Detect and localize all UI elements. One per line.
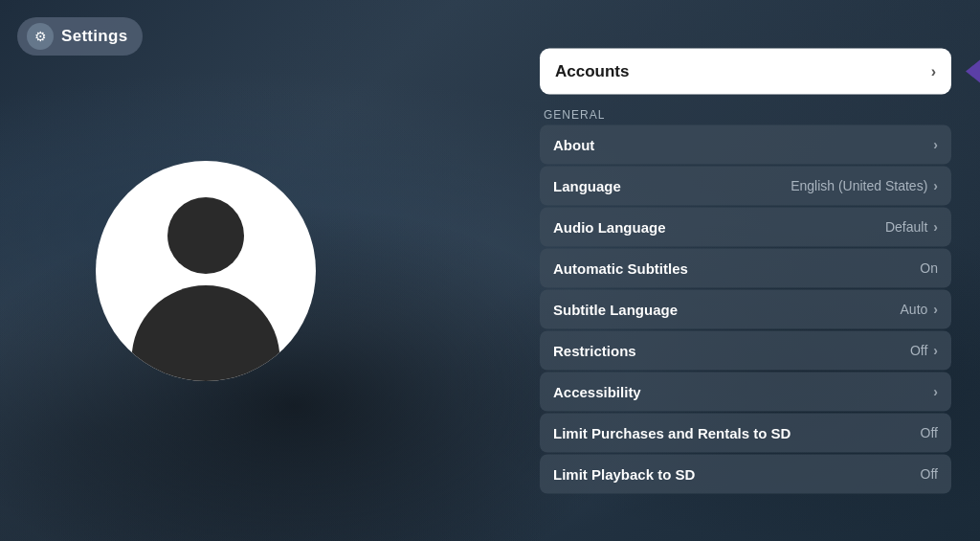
- menu-item-restrictions-label: Restrictions: [553, 342, 636, 358]
- limit-purchases-value: Off: [921, 425, 938, 440]
- menu-item-limit-playback-label: Limit Playback to SD: [553, 465, 695, 482]
- menu-item-audio-language[interactable]: Audio Language Default ›: [540, 207, 951, 246]
- menu-item-limit-purchases[interactable]: Limit Purchases and Rentals to SD Off: [540, 413, 951, 452]
- menu-item-audio-language-right: Default ›: [885, 219, 938, 235]
- arrow-indicator: [966, 56, 980, 86]
- menu-item-language-right: English (United States) ›: [791, 178, 938, 193]
- accounts-chevron: ›: [931, 62, 936, 79]
- menu-item-subtitle-language-right: Auto ›: [901, 302, 938, 317]
- section-general-label: GENERAL: [540, 107, 951, 121]
- person-silhouette: [96, 161, 316, 381]
- person-head: [167, 197, 244, 274]
- header-title: Settings: [61, 27, 127, 46]
- right-panel: Accounts › GENERAL About › Language Engl…: [540, 48, 951, 493]
- menu-item-accessibility-right: ›: [933, 384, 938, 399]
- subtitle-language-chevron: ›: [933, 302, 938, 317]
- avatar: [96, 161, 316, 381]
- menu-item-about-right: ›: [933, 137, 938, 152]
- menu-item-language[interactable]: Language English (United States) ›: [540, 166, 951, 205]
- menu-item-automatic-subtitles[interactable]: Automatic Subtitles On: [540, 248, 951, 287]
- menu-item-limit-purchases-label: Limit Purchases and Rentals to SD: [553, 424, 791, 440]
- audio-language-chevron: ›: [933, 219, 938, 235]
- menu-item-accessibility-label: Accessibility: [553, 383, 641, 399]
- subtitle-language-value: Auto: [901, 302, 928, 317]
- accounts-row[interactable]: Accounts ›: [540, 48, 951, 94]
- menu-item-subtitle-language[interactable]: Subtitle Language Auto ›: [540, 289, 951, 328]
- limit-playback-value: Off: [921, 466, 938, 482]
- menu-item-about[interactable]: About ›: [540, 124, 951, 164]
- menu-item-language-label: Language: [553, 177, 621, 193]
- menu-item-limit-purchases-right: Off: [921, 425, 938, 440]
- menu-item-restrictions[interactable]: Restrictions Off ›: [540, 330, 951, 370]
- menu-item-limit-playback[interactable]: Limit Playback to SD Off: [540, 454, 951, 493]
- person-body: [132, 285, 280, 381]
- menu-item-automatic-subtitles-right: On: [920, 260, 938, 276]
- menu-list: About › Language English (United States)…: [540, 124, 951, 493]
- menu-item-subtitle-language-label: Subtitle Language: [553, 301, 678, 317]
- accounts-label: Accounts: [555, 61, 629, 80]
- menu-item-restrictions-right: Off ›: [910, 343, 938, 358]
- menu-item-audio-language-label: Audio Language: [553, 218, 666, 235]
- header-bar: ⚙ Settings: [17, 17, 143, 56]
- avatar-container: [96, 161, 316, 381]
- settings-icon: ⚙: [27, 23, 54, 50]
- about-chevron: ›: [933, 137, 938, 152]
- automatic-subtitles-value: On: [920, 260, 938, 276]
- menu-item-automatic-subtitles-label: Automatic Subtitles: [553, 259, 688, 276]
- audio-language-value: Default: [885, 219, 927, 235]
- language-value: English (United States): [791, 178, 927, 193]
- restrictions-value: Off: [910, 343, 927, 358]
- restrictions-chevron: ›: [933, 343, 938, 358]
- arrow-head: [966, 56, 980, 86]
- language-chevron: ›: [933, 178, 938, 193]
- menu-item-accessibility[interactable]: Accessibility ›: [540, 372, 951, 411]
- menu-item-about-label: About: [553, 136, 594, 152]
- accessibility-chevron: ›: [933, 384, 938, 399]
- menu-item-limit-playback-right: Off: [921, 466, 938, 482]
